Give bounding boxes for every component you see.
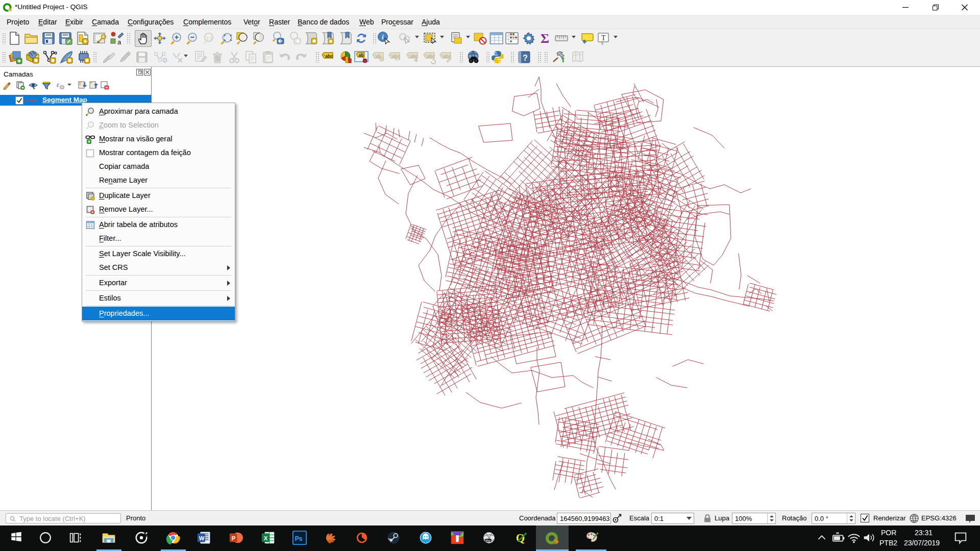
svg-text:ε: ε <box>57 81 60 88</box>
svg-text:P: P <box>232 535 236 541</box>
svg-text:abc: abc <box>427 54 435 59</box>
svg-text:abc: abc <box>392 54 400 59</box>
svg-text:i: i <box>382 33 384 41</box>
svg-text:Ps: Ps <box>295 535 303 542</box>
svg-text:a: a <box>117 38 121 46</box>
svg-text:Pro: Pro <box>486 539 491 542</box>
svg-text:ab: ab <box>359 53 364 58</box>
svg-text:T: T <box>601 34 606 42</box>
svg-text:W: W <box>199 535 205 541</box>
svg-text:abc: abc <box>410 54 418 59</box>
svg-text:Σ: Σ <box>541 31 549 46</box>
svg-text:abc: abc <box>325 54 333 59</box>
svg-text:?: ? <box>523 54 528 62</box>
svg-text:1:1: 1:1 <box>206 36 212 40</box>
svg-text:X: X <box>264 535 268 541</box>
